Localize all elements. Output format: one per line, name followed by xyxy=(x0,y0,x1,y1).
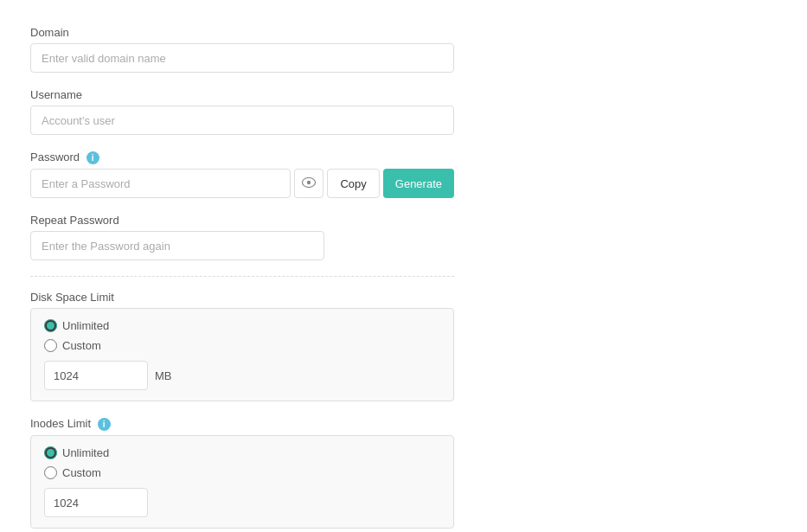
domain-group: Domain xyxy=(30,26,454,73)
password-label: Password i xyxy=(30,151,454,164)
password-row: Copy Generate xyxy=(30,169,454,198)
domain-label: Domain xyxy=(30,26,454,39)
username-group: Username xyxy=(30,88,454,135)
inodes-label: Inodes Limit i xyxy=(30,417,454,431)
disk-input-row: MB xyxy=(44,361,440,390)
repeat-password-label: Repeat Password xyxy=(30,214,454,227)
form-container: Domain Username Password i Copy Generate xyxy=(17,17,467,532)
password-group: Password i Copy Generate xyxy=(30,151,454,198)
password-info-icon[interactable]: i xyxy=(86,151,99,164)
inodes-value-input[interactable] xyxy=(44,488,148,517)
disk-custom-radio[interactable] xyxy=(44,339,57,352)
disk-value-input[interactable] xyxy=(44,361,148,390)
inodes-group: Inodes Limit i Unlimited Custom xyxy=(30,417,454,529)
inodes-box: Unlimited Custom xyxy=(30,435,454,529)
inodes-custom-label: Custom xyxy=(62,466,101,479)
disk-unit-label: MB xyxy=(155,369,172,382)
inodes-unlimited-radio[interactable] xyxy=(44,446,57,459)
generate-password-button[interactable]: Generate xyxy=(383,169,454,198)
disk-space-group: Disk Space Limit Unlimited Custom MB xyxy=(30,291,454,401)
inodes-unlimited-radio-row[interactable]: Unlimited xyxy=(44,446,440,459)
inodes-unlimited-label: Unlimited xyxy=(62,446,109,459)
inodes-custom-radio-row[interactable]: Custom xyxy=(44,466,440,479)
copy-password-button[interactable]: Copy xyxy=(327,169,379,198)
inodes-input-row xyxy=(44,488,440,517)
disk-unlimited-radio[interactable] xyxy=(44,319,57,332)
svg-point-1 xyxy=(307,181,311,184)
section-divider xyxy=(30,276,454,277)
repeat-password-input[interactable] xyxy=(30,231,324,260)
disk-unlimited-label: Unlimited xyxy=(62,319,109,332)
inodes-custom-radio[interactable] xyxy=(44,466,57,479)
username-label: Username xyxy=(30,88,454,101)
username-input[interactable] xyxy=(30,106,454,135)
disk-space-label: Disk Space Limit xyxy=(30,291,454,304)
disk-custom-radio-row[interactable]: Custom xyxy=(44,339,440,352)
show-password-button[interactable] xyxy=(294,169,323,198)
disk-custom-label: Custom xyxy=(62,339,101,352)
disk-unlimited-radio-row[interactable]: Unlimited xyxy=(44,319,440,332)
repeat-password-group: Repeat Password xyxy=(30,214,454,260)
domain-input[interactable] xyxy=(30,43,454,73)
inodes-info-icon[interactable]: i xyxy=(98,418,111,431)
disk-space-box: Unlimited Custom MB xyxy=(30,308,454,401)
eye-icon xyxy=(302,176,316,190)
password-input[interactable] xyxy=(30,169,291,198)
